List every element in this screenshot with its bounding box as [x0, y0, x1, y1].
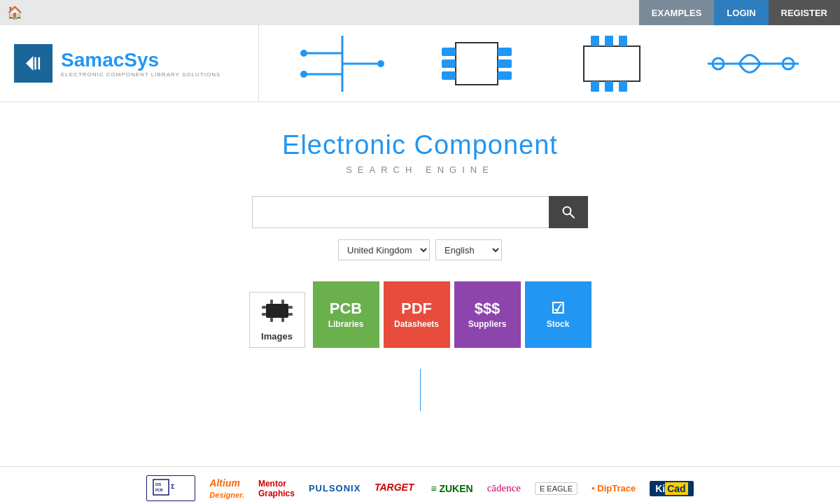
partner-pulsonix: PULSONIX [309, 483, 360, 493]
svg-text:TARGET: TARGET [374, 482, 415, 493]
login-button[interactable]: LOGIN [714, 0, 768, 25]
partners-bar: DS PCB Σ AltiumDesigner. MentorGraphics … [0, 466, 840, 504]
examples-button[interactable]: EXAMPLES [639, 0, 715, 25]
images-label: Images [261, 331, 293, 342]
header-banner: SamacSys ELECTRONIC COMPONENT LIBRARY SO… [0, 25, 840, 102]
partner-ds-pcb: DS PCB Σ [146, 475, 195, 501]
dropdowns: United Kingdom United States Germany Fra… [338, 239, 502, 260]
tile-pdf[interactable]: PDF Datasheets [384, 281, 450, 348]
logo-samac: Samac [61, 49, 124, 71]
header-icons [259, 25, 840, 102]
pcb-decoration-1 [297, 32, 388, 95]
logo-text: SamacSys ELECTRONIC COMPONENT LIBRARY SO… [61, 49, 220, 78]
svg-rect-16 [498, 71, 512, 80]
search-button[interactable] [549, 196, 588, 228]
svg-rect-33 [288, 313, 293, 316]
tile-pcb[interactable]: PCB Libraries [313, 281, 379, 348]
svg-rect-30 [262, 306, 266, 309]
logo-subtitle: ELECTRONIC COMPONENT LIBRARY SOLUTIONS [61, 71, 220, 78]
tile-suppliers[interactable]: $$$ Suppliers [454, 281, 521, 348]
tile-stock[interactable]: ☑ Stock [525, 281, 592, 348]
partner-mentor: MentorGraphics [258, 479, 295, 498]
logo-box [14, 44, 52, 83]
partner-zuken: ≡ ZUKEN [430, 483, 472, 494]
chip-icon [260, 298, 294, 328]
svg-rect-14 [498, 48, 512, 56]
partner-kicad: KiCad [650, 481, 693, 496]
pcb-label: Libraries [328, 319, 364, 329]
pcb-decoration-3 [566, 32, 657, 95]
svg-marker-0 [26, 56, 34, 71]
svg-rect-35 [281, 300, 284, 304]
divider-line [420, 369, 421, 411]
svg-text:PCB: PCB [155, 488, 163, 492]
feature-tiles: Images PCB Libraries PDF Datasheets $$$ … [247, 281, 594, 348]
svg-rect-19 [605, 36, 613, 46]
search-subtitle: SEARCH ENGINE [346, 164, 494, 175]
suppliers-label: Suppliers [468, 319, 507, 329]
svg-rect-29 [266, 304, 288, 318]
logo-sys: Sys [124, 49, 159, 71]
svg-point-9 [377, 60, 384, 67]
svg-rect-12 [442, 59, 456, 68]
pcb-decoration-2 [435, 32, 519, 95]
svg-rect-17 [584, 46, 640, 81]
partner-cadence: cādence [487, 482, 521, 494]
svg-rect-34 [270, 300, 273, 304]
svg-rect-22 [605, 81, 613, 92]
svg-rect-11 [442, 48, 456, 56]
pdf-label: Datasheets [394, 319, 439, 329]
svg-rect-37 [281, 318, 284, 322]
svg-rect-1 [34, 57, 36, 70]
svg-rect-31 [262, 313, 266, 316]
search-icon [561, 205, 575, 219]
svg-rect-20 [619, 36, 627, 46]
svg-point-8 [300, 71, 307, 78]
stock-label: Stock [547, 319, 570, 329]
pcb-decoration-4 [704, 32, 802, 95]
suppliers-top-text: $$$ [475, 301, 500, 316]
svg-text:Σ: Σ [171, 483, 175, 490]
stock-icon: ☑ [551, 301, 565, 316]
language-select[interactable]: English German French Japanese [435, 239, 502, 260]
partner-target: TARGET [374, 479, 416, 498]
logo-name: SamacSys [61, 49, 220, 71]
svg-rect-10 [456, 43, 498, 85]
svg-text:DS: DS [155, 482, 161, 486]
svg-rect-18 [591, 36, 599, 46]
logo-section: SamacSys ELECTRONIC COMPONENT LIBRARY SO… [0, 25, 259, 102]
search-bar [252, 196, 588, 228]
pdf-top-text: PDF [401, 301, 432, 316]
home-icon[interactable]: 🏠 [7, 5, 22, 20]
register-button[interactable]: REGISTER [769, 0, 840, 25]
pcb-top-text: PCB [330, 301, 362, 316]
svg-rect-32 [288, 306, 293, 309]
main-content: Electronic Component SEARCH ENGINE Unite… [0, 102, 840, 466]
partner-altium: AltiumDesigner. [209, 477, 244, 500]
search-title: Electronic Component [282, 130, 558, 160]
partner-diptrace: ▪ DipTrace [592, 483, 636, 493]
search-input[interactable] [252, 196, 549, 228]
svg-rect-23 [619, 81, 627, 92]
tile-images[interactable]: Images [249, 292, 305, 348]
region-select[interactable]: United Kingdom United States Germany Fra… [338, 239, 430, 260]
svg-rect-15 [498, 59, 512, 68]
svg-rect-36 [270, 318, 273, 322]
svg-line-28 [570, 214, 575, 218]
top-nav: 🏠 EXAMPLES LOGIN REGISTER [0, 0, 840, 25]
svg-rect-21 [591, 81, 599, 92]
svg-rect-2 [38, 57, 41, 70]
svg-point-7 [300, 50, 307, 57]
partner-eagle: E EAGLE [535, 482, 578, 495]
svg-rect-13 [442, 71, 456, 80]
partners-logos: DS PCB Σ AltiumDesigner. MentorGraphics … [146, 475, 693, 501]
